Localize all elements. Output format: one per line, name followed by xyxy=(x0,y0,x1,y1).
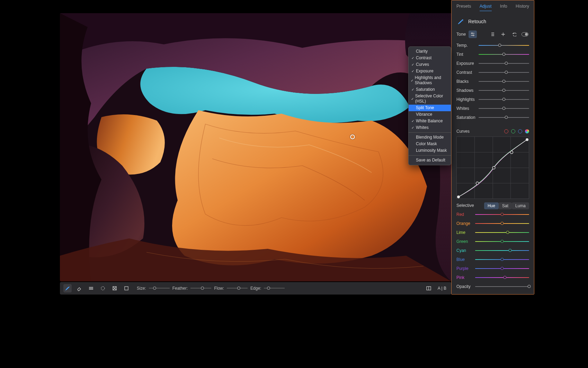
curves-channel-red[interactable] xyxy=(504,129,508,133)
selective-label: Green xyxy=(456,239,475,244)
ctx-item-vibrance[interactable]: Vibrance xyxy=(409,111,451,118)
ctx-item-white-balance[interactable]: ✓White Balance xyxy=(409,118,451,124)
toolbar-param-edge: Edge: xyxy=(250,286,285,291)
selective-label: Selective xyxy=(456,203,474,208)
ctx-item-exposure[interactable]: ✓Exposure xyxy=(409,68,451,75)
ctx-item-saturation[interactable]: ✓Saturation xyxy=(409,86,451,93)
adjust-slider[interactable] xyxy=(479,70,529,75)
selective-row-red: Red xyxy=(452,212,534,217)
add-adjustment-button[interactable] xyxy=(499,30,507,38)
selective-label: Blue xyxy=(456,257,475,262)
gradient-tool-button[interactable] xyxy=(87,284,95,292)
ctx-item-clarity[interactable]: Clarity xyxy=(409,48,451,55)
selective-slider[interactable] xyxy=(475,230,529,235)
editor-stage: Size:Feather:Flow:Edge: A | B xyxy=(54,0,451,295)
pattern-tool-button[interactable] xyxy=(110,284,119,292)
selective-slider[interactable] xyxy=(475,266,529,271)
ctx-item-split-tone[interactable]: Split Tone xyxy=(409,105,451,111)
canvas-container[interactable] xyxy=(60,13,451,281)
tab-presets[interactable]: Presets xyxy=(456,4,471,11)
selective-slider[interactable] xyxy=(475,257,529,262)
ctx-item-save-as-default[interactable]: Save as Default xyxy=(409,157,451,164)
compare-button[interactable] xyxy=(425,284,433,292)
param-label: Size: xyxy=(137,286,146,291)
ctx-item-highlights-and-shadows[interactable]: ✓Highlights and Shadows xyxy=(409,75,451,86)
list-mode-button[interactable] xyxy=(488,30,496,38)
param-slider[interactable] xyxy=(264,286,285,291)
adjust-slider[interactable] xyxy=(479,97,529,102)
curves-editor[interactable] xyxy=(456,137,529,199)
selective-mode-hue[interactable]: Hue xyxy=(484,202,499,209)
svg-point-6 xyxy=(463,20,463,21)
ctx-item-blending-mode[interactable]: Blending Mode xyxy=(409,134,451,141)
curves-label: Curves xyxy=(456,129,470,134)
adjust-label: Whites xyxy=(456,106,479,111)
adjust-row-shadows: Shadows xyxy=(456,88,529,93)
toolbar-param-feather: Feather: xyxy=(172,286,212,291)
adjust-row-tint: Tint xyxy=(456,52,529,57)
svg-point-1 xyxy=(101,287,105,290)
selective-slider[interactable] xyxy=(475,221,529,226)
curves-channel-blue[interactable] xyxy=(518,129,522,133)
selective-label: Red xyxy=(456,212,475,217)
adjust-slider[interactable] xyxy=(479,79,529,84)
selective-slider[interactable] xyxy=(475,239,529,244)
curves-channel-rgb[interactable] xyxy=(525,129,529,133)
adjust-label: Exposure xyxy=(456,61,479,66)
curves-channel-green[interactable] xyxy=(511,129,515,133)
param-slider[interactable] xyxy=(149,286,170,291)
svg-point-7 xyxy=(471,33,472,34)
adjust-slider[interactable] xyxy=(479,61,529,66)
retouch-brush-icon xyxy=(456,17,465,26)
ctx-item-curves[interactable]: ✓Curves xyxy=(409,61,451,68)
opacity-slider[interactable] xyxy=(475,284,529,289)
svg-point-17 xyxy=(492,166,495,169)
param-slider[interactable] xyxy=(227,286,248,291)
param-label: Feather: xyxy=(172,286,188,291)
adjust-slider[interactable] xyxy=(479,106,529,111)
adjust-slider[interactable] xyxy=(479,52,529,57)
selective-list: RedOrangeLimeGreenCyanBluePurplePink xyxy=(452,212,534,280)
selective-label: Purple xyxy=(456,266,475,271)
selective-slider[interactable] xyxy=(475,275,529,280)
tone-section-bar: Tone xyxy=(452,29,534,43)
eraser-tool-button[interactable] xyxy=(75,284,83,292)
tab-history[interactable]: History xyxy=(516,4,529,11)
ctx-item-selective-color-hsl-[interactable]: ✓Selective Color (HSL) xyxy=(409,93,451,105)
adjust-slider[interactable] xyxy=(479,115,529,120)
adjust-label: Blacks xyxy=(456,79,479,84)
reset-button[interactable] xyxy=(510,30,518,38)
enable-toggle[interactable] xyxy=(521,30,529,38)
adjust-label: Contrast xyxy=(456,70,479,75)
adjust-slider[interactable] xyxy=(479,88,529,93)
ctx-item-contrast[interactable]: ✓Contrast xyxy=(409,55,451,61)
adjust-row-exposure: Exposure xyxy=(456,61,529,66)
opacity-row: Opacity xyxy=(452,284,534,289)
selective-mode-sat[interactable]: Sat xyxy=(499,202,512,209)
svg-point-19 xyxy=(526,138,528,141)
selective-row-lime: Lime xyxy=(452,230,534,235)
param-label: Edge: xyxy=(250,286,261,291)
adjust-slider[interactable] xyxy=(479,43,529,48)
toolbar-param-flow: Flow: xyxy=(214,286,248,291)
ctx-item-color-mask[interactable]: Color Mask xyxy=(409,141,451,147)
radial-tool-button[interactable] xyxy=(99,284,107,292)
sliders-mode-button[interactable] xyxy=(469,30,476,38)
adjust-label: Saturation xyxy=(456,115,479,120)
selective-row-blue: Blue xyxy=(452,257,534,262)
ctx-item-whites[interactable]: ✓Whites xyxy=(409,124,451,131)
tab-info[interactable]: Info xyxy=(500,4,507,11)
ab-compare-button[interactable]: A | B xyxy=(436,285,448,291)
selective-slider[interactable] xyxy=(475,212,529,217)
tab-adjust[interactable]: Adjust xyxy=(480,4,492,11)
selective-section-header: Selective HueSatLuma xyxy=(452,202,534,212)
image-canvas xyxy=(60,13,451,281)
selective-mode-luma[interactable]: Luma xyxy=(512,202,529,209)
ctx-item-luminosity-mask[interactable]: Luminosity Mask xyxy=(409,147,451,154)
param-slider[interactable] xyxy=(190,286,211,291)
adjust-label: Temp. xyxy=(456,43,479,48)
rect-tool-button[interactable] xyxy=(122,284,131,292)
svg-point-15 xyxy=(457,195,460,198)
brush-tool-button[interactable] xyxy=(63,284,72,292)
selective-slider[interactable] xyxy=(475,248,529,253)
